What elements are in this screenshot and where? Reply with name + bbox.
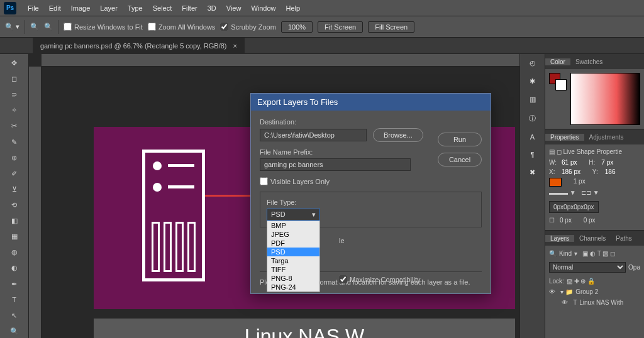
banner-text-bar: Linux NAS W <box>94 319 515 338</box>
menu-edit[interactable]: Edit <box>44 4 66 12</box>
stroke-value[interactable]: 1 px <box>574 178 586 187</box>
document-tab[interactable]: gaming pc banners.psd @ 66.7% (Rectangle… <box>33 38 245 54</box>
layer-group[interactable]: 👁 ▾ 📁 Group 2 <box>549 286 640 297</box>
banner-text: Linux NAS W <box>245 325 364 339</box>
right-rail: ◴ ✱ ▥ ⓘ A ¶ ✖ <box>519 54 545 338</box>
gradient-tool-icon[interactable]: ▦ <box>7 230 22 243</box>
menu-window[interactable]: Window <box>246 4 280 12</box>
heal-tool-icon[interactable]: ⊕ <box>7 151 22 165</box>
zoom-out-icon[interactable]: 🔍 <box>44 23 53 31</box>
lasso-tool-icon[interactable]: ⊃ <box>7 88 22 101</box>
fill-swatch[interactable] <box>549 178 562 187</box>
radius-tl[interactable]: 0 px <box>560 217 572 224</box>
run-button[interactable]: Run <box>438 133 482 146</box>
panel-stack: Color Swatches Properties Adjustments ▤ … <box>545 54 644 338</box>
color-spectrum[interactable] <box>570 73 640 125</box>
menu-help[interactable]: Help <box>281 4 306 12</box>
blur-tool-icon[interactable]: ◍ <box>7 246 22 259</box>
max-compat-checkbox[interactable]: Maximize Compatibility <box>339 275 420 283</box>
scrubby-zoom-checkbox[interactable]: Scrubby Zoom <box>220 23 276 31</box>
corner-radii[interactable]: 0px0px0px0px <box>549 201 599 213</box>
info-icon[interactable]: ⓘ <box>529 114 536 123</box>
tab-paths[interactable]: Paths <box>611 235 637 242</box>
tab-channels[interactable]: Channels <box>574 235 611 242</box>
dodge-tool-icon[interactable]: ◐ <box>7 261 22 275</box>
layer-text[interactable]: 👁 T Linux NAS With <box>549 297 640 308</box>
filetype-option[interactable]: Targa <box>267 256 319 265</box>
menu-bar: Ps File Edit Image Layer Type Select Fil… <box>0 0 644 16</box>
filetype-option[interactable]: TIFF <box>267 265 319 274</box>
height-value[interactable]: 7 px <box>601 159 613 166</box>
filetype-option[interactable]: BMP <box>267 221 319 230</box>
app-logo: Ps <box>4 2 16 14</box>
menu-image[interactable]: Image <box>66 4 96 12</box>
width-value[interactable]: 61 px <box>562 159 577 166</box>
visible-layers-checkbox[interactable]: Visible Layers Only <box>260 177 482 185</box>
fit-screen-button[interactable]: Fit Screen <box>318 21 363 33</box>
paragraph-icon[interactable]: ¶ <box>531 151 535 158</box>
menu-type[interactable]: Type <box>123 4 148 12</box>
menu-3d[interactable]: 3D <box>203 4 221 12</box>
filetype-option[interactable]: PDF <box>267 239 319 248</box>
y-value[interactable]: 186 <box>605 168 616 175</box>
brush-tool-icon[interactable]: ✐ <box>7 167 22 180</box>
destination-input[interactable] <box>260 129 367 141</box>
stamp-tool-icon[interactable]: ⊻ <box>7 183 22 196</box>
wand-tool-icon[interactable]: ✧ <box>7 104 22 117</box>
canvas-tower-graphic <box>142 150 205 281</box>
tools-panel: ✥ ◻ ⊃ ✧ ✂ ✎ ⊕ ✐ ⊻ ⟲ ◧ ▦ ◍ ◐ ✒ T ↖ 🔍 <box>0 54 29 338</box>
close-icon[interactable]: × <box>233 42 237 50</box>
history-icon[interactable]: ◴ <box>530 59 536 67</box>
tools-presets-icon[interactable]: ✖ <box>530 168 535 177</box>
color-panel <box>545 69 644 129</box>
crop-tool-icon[interactable]: ✂ <box>7 119 22 133</box>
filetype-option[interactable]: PNG-8 <box>267 274 319 283</box>
layers-panel: 🔍 Kind ▾ ▣ ◐ T ▧ ◻ NormalOpa Lock: ▨ ✚ ⊕… <box>545 246 644 310</box>
filetype-label: File Type: <box>267 199 475 206</box>
type-tool-icon[interactable]: T <box>7 293 22 307</box>
menu-file[interactable]: File <box>23 4 44 12</box>
filetype-option[interactable]: PNG-24 <box>267 283 319 292</box>
menu-filter[interactable]: Filter <box>177 4 202 12</box>
menu-select[interactable]: Select <box>148 4 177 12</box>
filetype-dropdown[interactable]: PSD▾ BMP JPEG PDF PSD Targa TIFF PNG-8 P… <box>267 209 320 221</box>
ruler-horizontal <box>42 54 519 67</box>
tab-color[interactable]: Color <box>545 58 570 65</box>
dialog-title: Export Layers To Files <box>251 94 491 111</box>
history-tool-icon[interactable]: ⟲ <box>7 199 22 212</box>
blend-mode-select[interactable]: Normal <box>549 262 626 273</box>
fg-bg-swatch[interactable] <box>549 73 567 90</box>
character-icon[interactable]: A <box>530 133 535 141</box>
marquee-tool-icon[interactable]: ◻ <box>7 72 22 85</box>
zoom-tool-icon[interactable]: 🔍 ▾ <box>5 23 19 31</box>
filetype-option[interactable]: JPEG <box>267 230 319 239</box>
brush-presets-icon[interactable]: ✱ <box>530 77 535 85</box>
tab-swatches[interactable]: Swatches <box>570 58 608 65</box>
properties-panel: ▤ ◻ Live Shape Propertie W:61 px H:7 px … <box>545 144 644 231</box>
zoom-in-icon[interactable]: 🔍 <box>30 23 39 31</box>
resize-windows-checkbox[interactable]: Resize Windows to Fit <box>64 23 143 31</box>
tab-layers[interactable]: Layers <box>545 235 574 242</box>
path-tool-icon[interactable]: ↖ <box>7 309 22 322</box>
prefix-input[interactable] <box>260 158 411 171</box>
eraser-tool-icon[interactable]: ◧ <box>7 214 22 227</box>
fill-screen-button[interactable]: Fill Screen <box>368 21 414 33</box>
zoom-100-button[interactable]: 100% <box>281 21 313 33</box>
export-layers-dialog: Export Layers To Files Destination: Brow… <box>250 93 491 294</box>
move-tool-icon[interactable]: ✥ <box>7 57 22 70</box>
eyedropper-tool-icon[interactable]: ✎ <box>7 136 22 149</box>
tab-properties[interactable]: Properties <box>545 134 584 141</box>
menu-view[interactable]: View <box>221 4 247 12</box>
histogram-icon[interactable]: ▥ <box>530 95 536 104</box>
browse-button[interactable]: Browse... <box>373 128 423 142</box>
menu-layer[interactable]: Layer <box>95 4 123 12</box>
cancel-button[interactable]: Cancel <box>438 153 482 166</box>
tab-adjustments[interactable]: Adjustments <box>584 134 629 141</box>
radius-tr[interactable]: 0 px <box>584 217 596 224</box>
x-value[interactable]: 186 px <box>562 168 580 175</box>
zoom-tool-icon[interactable]: 🔍 <box>7 325 22 338</box>
document-tab-bar: gaming pc banners.psd @ 66.7% (Rectangle… <box>0 38 644 54</box>
pen-tool-icon[interactable]: ✒ <box>7 278 22 291</box>
filetype-option-selected[interactable]: PSD <box>267 248 319 256</box>
zoom-all-checkbox[interactable]: Zoom All Windows <box>148 23 215 31</box>
